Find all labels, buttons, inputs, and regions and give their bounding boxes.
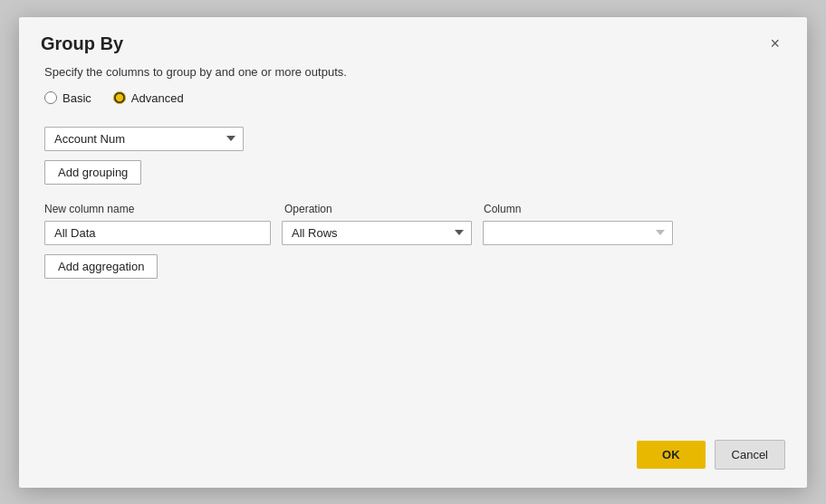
grouping-dropdown[interactable]: Account Num Account Region Date [44, 127, 244, 151]
mode-radio-group: Basic Advanced [44, 91, 782, 105]
aggregation-labels-row: New column name Operation Column [44, 203, 782, 215]
basic-radio[interactable] [44, 91, 57, 104]
basic-radio-label: Basic [62, 91, 91, 105]
column-label: Column [484, 203, 665, 215]
dialog-header: Group By × [19, 17, 807, 62]
aggregation-row: All Rows Sum Count Average Min Max [44, 221, 782, 245]
add-grouping-button[interactable]: Add grouping [44, 160, 141, 185]
column-dropdown[interactable] [483, 221, 673, 245]
group-by-dialog: Group By × Specify the columns to group … [19, 17, 807, 488]
dialog-footer: OK Cancel [19, 427, 807, 488]
dialog-body: Specify the columns to group by and one … [19, 62, 807, 427]
advanced-radio-label: Advanced [131, 91, 184, 105]
operation-dropdown[interactable]: All Rows Sum Count Average Min Max [282, 221, 472, 245]
add-aggregation-button[interactable]: Add aggregation [44, 254, 158, 279]
dialog-subtitle: Specify the columns to group by and one … [44, 65, 782, 79]
close-button[interactable]: × [764, 33, 785, 53]
ok-button[interactable]: OK [637, 441, 706, 469]
advanced-radio-option[interactable]: Advanced [113, 91, 184, 105]
cancel-button[interactable]: Cancel [715, 440, 785, 470]
grouping-section: Account Num Account Region Date Add grou… [44, 127, 782, 185]
operation-label: Operation [284, 203, 484, 215]
col-name-label: New column name [44, 203, 284, 215]
dialog-title: Group By [41, 33, 123, 54]
col-name-input[interactable] [44, 221, 271, 245]
advanced-radio[interactable] [113, 91, 126, 104]
basic-radio-option[interactable]: Basic [44, 91, 91, 105]
grouping-dropdown-row: Account Num Account Region Date [44, 127, 782, 151]
aggregation-section: New column name Operation Column All Row… [44, 203, 782, 279]
